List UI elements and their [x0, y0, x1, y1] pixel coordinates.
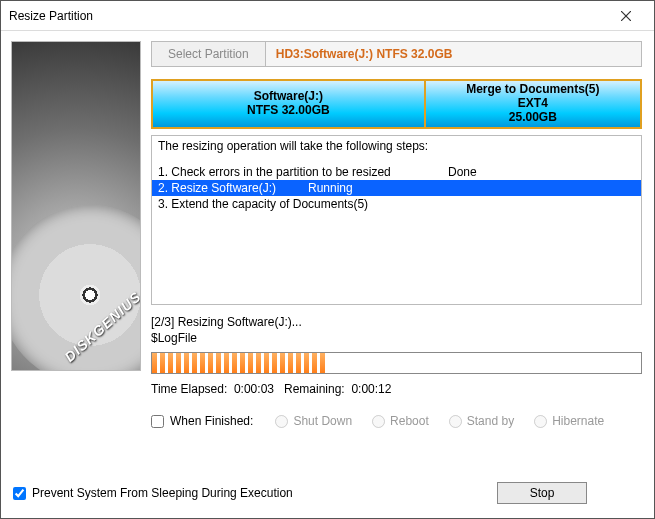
option-standby[interactable]: Stand by: [449, 414, 514, 428]
window-title: Resize Partition: [9, 9, 93, 23]
stop-button-label: Stop: [530, 486, 555, 500]
option-standby-input[interactable]: [449, 415, 462, 428]
status-file: $LogFile: [151, 331, 642, 347]
option-standby-label: Stand by: [467, 414, 514, 428]
steps-panel: The resizing operation will take the fol…: [151, 135, 642, 305]
partition-source-name: Software(J:): [254, 90, 323, 104]
progress-fill: [152, 353, 328, 373]
option-hibernate[interactable]: Hibernate: [534, 414, 604, 428]
current-partition-label: HD3:Software(J:) NTFS 32.0GB: [266, 47, 463, 61]
time-row: Time Elapsed: 0:00:03 Remaining: 0:00:12: [151, 382, 642, 396]
prevent-sleep-input[interactable]: [13, 487, 26, 500]
time-elapsed-label: Time Elapsed:: [151, 382, 227, 396]
resize-partition-dialog: Resize Partition DISKGENIUS Select Parti…: [0, 0, 655, 519]
option-shutdown[interactable]: Shut Down: [275, 414, 352, 428]
partition-target[interactable]: Merge to Documents(5) EXT4 25.00GB: [426, 81, 640, 127]
option-reboot-input[interactable]: [372, 415, 385, 428]
when-finished-checkbox[interactable]: When Finished:: [151, 414, 253, 428]
partition-source[interactable]: Software(J:) NTFS 32.00GB: [153, 81, 426, 127]
when-finished-input[interactable]: [151, 415, 164, 428]
option-reboot-label: Reboot: [390, 414, 429, 428]
time-elapsed-value: 0:00:03: [234, 382, 274, 396]
close-icon: [621, 11, 631, 21]
option-shutdown-input[interactable]: [275, 415, 288, 428]
steps-heading: The resizing operation will take the fol…: [152, 136, 641, 156]
prevent-sleep-label: Prevent System From Sleeping During Exec…: [32, 486, 293, 500]
stop-button[interactable]: Stop: [497, 482, 587, 504]
prevent-sleep-checkbox[interactable]: Prevent System From Sleeping During Exec…: [13, 486, 293, 500]
option-hibernate-label: Hibernate: [552, 414, 604, 428]
when-finished-row: When Finished: Shut Down Reboot Stand by: [151, 414, 642, 428]
content-area: DISKGENIUS Select Partition HD3:Software…: [1, 31, 654, 474]
when-finished-options: Shut Down Reboot Stand by Hibernate: [275, 414, 604, 428]
hard-disk-image: DISKGENIUS: [11, 41, 141, 371]
step-text: 2. Resize Software(J:): [158, 181, 308, 195]
main-panel: Select Partition HD3:Software(J:) NTFS 3…: [151, 41, 642, 466]
footer: Prevent System From Sleeping During Exec…: [1, 474, 654, 518]
status-block: [2/3] Resizing Software(J:)... $LogFile: [151, 315, 642, 346]
partition-target-fs: EXT4: [518, 97, 548, 111]
partition-target-size: 25.00GB: [509, 111, 557, 125]
step-text: 1. Check errors in the partition to be r…: [158, 165, 448, 179]
step-row: 3. Extend the capacity of Documents(5): [152, 196, 641, 212]
step-status: Done: [448, 165, 477, 179]
step-text: 3. Extend the capacity of Documents(5): [158, 197, 448, 211]
partition-target-name: Merge to Documents(5): [466, 83, 599, 97]
step-status: Running: [308, 181, 353, 195]
progress-bar: [151, 352, 642, 374]
option-reboot[interactable]: Reboot: [372, 414, 429, 428]
titlebar: Resize Partition: [1, 1, 654, 31]
select-partition-label: Select Partition: [168, 47, 249, 61]
time-remaining-value: 0:00:12: [351, 382, 391, 396]
status-counter: [2/3] Resizing Software(J:)...: [151, 315, 642, 331]
option-hibernate-input[interactable]: [534, 415, 547, 428]
partition-map: Software(J:) NTFS 32.00GB Merge to Docum…: [151, 79, 642, 129]
select-partition-button[interactable]: Select Partition: [152, 42, 266, 66]
step-row: 2. Resize Software(J:) Running: [152, 180, 641, 196]
time-remaining-label: Remaining:: [284, 382, 345, 396]
close-button[interactable]: [606, 2, 646, 30]
step-row: 1. Check errors in the partition to be r…: [152, 164, 641, 180]
when-finished-label: When Finished:: [170, 414, 253, 428]
partition-source-fs: NTFS 32.00GB: [247, 104, 330, 118]
partition-tab-row: Select Partition HD3:Software(J:) NTFS 3…: [151, 41, 642, 67]
option-shutdown-label: Shut Down: [293, 414, 352, 428]
